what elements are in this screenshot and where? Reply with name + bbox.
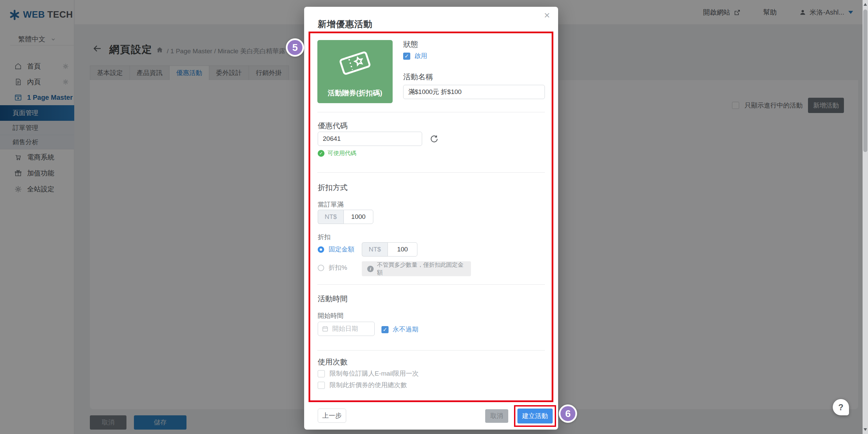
calendar-icon <box>322 325 329 332</box>
limit-total-checkbox[interactable] <box>318 382 325 389</box>
coupon-code-label: 優惠代碼 <box>318 121 348 131</box>
discount-label: 折扣 <box>318 233 331 242</box>
never-expire-row: 永不過期 <box>381 325 418 334</box>
divider <box>317 112 545 112</box>
start-time-label: 開始時間 <box>318 312 343 320</box>
discount-note: 不管買多少數量，僅折扣此固定金額 <box>377 261 466 277</box>
divider <box>317 350 545 351</box>
scrollbar-thumb[interactable] <box>863 10 867 152</box>
create-activity-button[interactable]: 建立活動 <box>517 409 553 423</box>
coupon-type-label: 活動贈券(折扣碼) <box>317 88 393 98</box>
usage-section-title: 使用次數 <box>318 357 348 367</box>
order-min-input[interactable] <box>343 210 373 224</box>
fixed-amount-input[interactable] <box>388 242 417 257</box>
divider <box>317 284 545 285</box>
info-icon: i <box>367 266 374 272</box>
previous-step-button[interactable]: 上一步 <box>318 409 346 423</box>
annotation-step-6: 6 <box>559 404 577 423</box>
code-valid-row: ✓ 可使用代碼 <box>318 149 356 157</box>
fixed-amount-radio[interactable] <box>318 246 324 253</box>
refresh-icon[interactable] <box>430 134 439 144</box>
ticket-icon <box>336 44 374 82</box>
coupon-type-card[interactable]: 活動贈券(折扣碼) <box>317 40 393 103</box>
activity-name-input[interactable] <box>403 85 545 99</box>
activity-name-label: 活動名稱 <box>403 72 433 82</box>
code-valid-label: 可使用代碼 <box>328 149 356 157</box>
check-circle-icon: ✓ <box>318 150 324 157</box>
limit-email-label: 限制每位訂購人E-mail限用一次 <box>330 369 419 378</box>
help-chat-button[interactable]: ? <box>833 399 849 415</box>
fixed-amount-group: NT$ <box>362 242 417 257</box>
start-date-field <box>318 322 375 336</box>
never-expire-checkbox[interactable] <box>381 326 389 333</box>
modal-cancel-button[interactable]: 取消 <box>485 409 508 423</box>
fixed-amount-label: 固定金額 <box>329 245 354 254</box>
order-min-group: NT$ <box>318 210 373 224</box>
status-row: 啟用 <box>403 52 427 60</box>
status-enabled-checkbox[interactable] <box>403 53 410 60</box>
order-min-label: 當訂單滿 <box>318 200 343 209</box>
never-expire-label: 永不過期 <box>393 325 418 334</box>
new-promotion-modal: 新增優惠活動 × 活動贈券(折扣碼) 狀態 啟用 活動名稱 優惠代碼 ✓ 可使用… <box>304 7 558 430</box>
percent-radio[interactable] <box>318 265 324 271</box>
scroll-up-icon[interactable] <box>864 3 867 6</box>
modal-title: 新增優惠活動 <box>318 18 373 30</box>
percent-label: 折扣% <box>329 263 347 272</box>
fixed-amount-option: 固定金額 <box>318 245 354 254</box>
status-enabled-label: 啟用 <box>414 52 427 60</box>
limit-email-checkbox[interactable] <box>318 370 325 377</box>
limit-total-label: 限制此折價券的使用總次數 <box>330 381 407 390</box>
scroll-down-icon[interactable] <box>864 428 867 431</box>
coupon-code-input[interactable] <box>318 132 422 146</box>
time-section-title: 活動時間 <box>318 294 348 304</box>
vertical-scrollbar[interactable] <box>863 0 868 434</box>
annotation-step-5: 5 <box>286 38 304 57</box>
currency-prefix: NT$ <box>318 210 343 224</box>
discount-section-title: 折扣方式 <box>318 183 348 193</box>
divider <box>317 172 545 173</box>
currency-prefix: NT$ <box>362 242 388 257</box>
limit-email-row: 限制每位訂購人E-mail限用一次 <box>318 369 419 378</box>
percent-option: 折扣% <box>318 263 347 272</box>
limit-total-row: 限制此折價券的使用總次數 <box>318 381 407 390</box>
status-label: 狀態 <box>403 39 418 50</box>
discount-note-box: i 不管買多少數量，僅折扣此固定金額 <box>362 261 471 276</box>
close-icon[interactable]: × <box>544 10 550 20</box>
